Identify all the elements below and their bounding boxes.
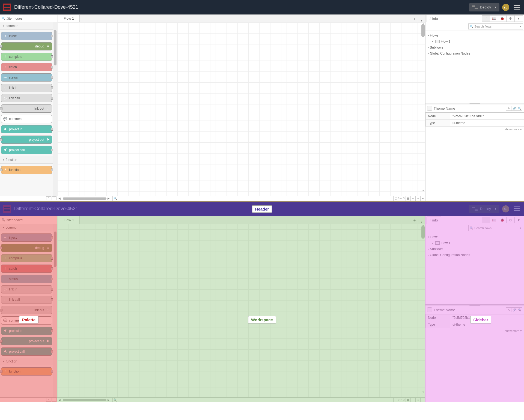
panel-action-2[interactable]: 🔗 — [511, 106, 517, 111]
node-debug[interactable]: debug≡ — [1, 244, 52, 252]
sidebar-more-button[interactable]: ▼ — [515, 15, 523, 22]
nodered-logo-icon — [3, 205, 11, 213]
node-link-in[interactable]: ◌link in — [1, 84, 52, 92]
editor-instance-annotated: Different-Collared-Dove-4521 Deploy ▼ su… — [0, 202, 524, 402]
flow-tab-1[interactable]: Flow 1 — [58, 216, 80, 224]
node-link-call[interactable]: ◌link call — [1, 94, 52, 102]
scroll-down-icon[interactable]: ▼ — [422, 189, 424, 192]
user-avatar[interactable]: su — [502, 205, 509, 212]
palette-scrollbar-thumb[interactable] — [54, 30, 56, 65]
flow-canvas[interactable]: ▲ ▼ — [57, 22, 425, 196]
panel-action-1[interactable]: ✎ — [506, 106, 511, 111]
palette-panel: 🔍 common ➔inject debug≡ !complete !catch… — [0, 216, 57, 402]
chevron-down-icon[interactable]: ▼ — [494, 208, 497, 210]
sidebar-help-button[interactable]: 📖 — [490, 15, 498, 22]
navigator-button[interactable]: ▦ — [406, 196, 410, 201]
sidebar-panel: i info i 📖 🐞 ⚙ ▼ 🔍 Search flows ▼ — [425, 15, 524, 201]
node-inject[interactable]: ➔inject — [1, 32, 52, 40]
deploy-icon — [472, 5, 478, 9]
node-comment[interactable]: 💬comment — [1, 115, 52, 123]
tree-global-config[interactable]: ▸Global Configuration Nodes — [427, 50, 523, 56]
sidebar-info-button[interactable]: i — [482, 15, 490, 22]
node-function[interactable]: ƒfunction — [1, 166, 52, 174]
node-complete[interactable]: !complete — [1, 254, 52, 262]
scroll-left-icon[interactable]: ◀ — [57, 197, 62, 200]
footer-status[interactable]: ⓘ0 ⚠0 — [393, 196, 406, 201]
pulse-icon: ⁓ — [2, 74, 8, 80]
node-complete[interactable]: !complete — [1, 53, 52, 61]
chevron-down-icon[interactable]: ▼ — [518, 25, 522, 28]
flow-canvas[interactable]: ▲▼ — [57, 224, 425, 397]
arrow-right-icon: ➔ — [2, 33, 8, 39]
palette-search[interactable]: 🔍 — [0, 216, 57, 224]
tree-subflows[interactable]: ▸Subflows — [427, 44, 523, 50]
palette-scrollbar-track[interactable] — [53, 22, 57, 196]
palette-collapse-up-button[interactable]: ˄ — [46, 196, 51, 200]
panel-action-3[interactable]: 🔍 — [517, 106, 522, 111]
canvas-v-scrollbar[interactable] — [421, 24, 425, 37]
project-title: Different-Collared-Dove-4521 — [14, 4, 78, 10]
header-bar: Different-Collared-Dove-4521 Deploy ▼ su — [0, 202, 524, 216]
node-catch[interactable]: !catch — [1, 63, 52, 71]
palette-collapse-down-button[interactable]: ˅ — [52, 196, 56, 200]
deploy-label: Deploy — [480, 5, 491, 9]
main-menu-button[interactable] — [513, 205, 521, 212]
flow-list-button[interactable]: ▼ — [418, 221, 425, 224]
sidebar-config-button[interactable]: ⚙ — [507, 15, 515, 22]
node-link-out[interactable]: link out◌ — [1, 306, 52, 314]
search-icon: 🔍 — [2, 17, 5, 20]
add-flow-button[interactable]: + — [411, 15, 418, 22]
palette-filter-input[interactable] — [7, 17, 55, 20]
zoom-reset-button[interactable]: ○ — [415, 196, 420, 201]
node-project-out[interactable]: project out⮞ — [1, 337, 52, 345]
palette-category-function[interactable]: function — [0, 358, 53, 365]
sidebar-splitter[interactable] — [425, 103, 524, 104]
node-project-out[interactable]: project out⮞ — [1, 136, 52, 144]
user-avatar[interactable]: su — [502, 4, 509, 11]
header-bar: Different-Collared-Dove-4521 Deploy ▼ su — [0, 0, 524, 14]
node-link-in[interactable]: ◌link in — [1, 285, 52, 293]
flow-list-button[interactable]: ▼ — [418, 19, 425, 22]
link-icon: ◌ — [2, 85, 8, 91]
node-status[interactable]: ⁓status — [1, 73, 52, 82]
footer-search-button[interactable]: 🔍 — [112, 196, 117, 201]
sidebar-tab-info[interactable]: i info — [427, 15, 441, 22]
chevron-down-icon[interactable]: ▼ — [494, 6, 497, 9]
node-debug[interactable]: debug≡ — [1, 42, 52, 50]
bug-icon: ≡ — [45, 43, 51, 49]
palette-category-function[interactable]: function — [0, 156, 53, 164]
zoom-out-button[interactable]: − — [410, 196, 415, 201]
zoom-in-button[interactable]: + — [420, 196, 425, 201]
tree-flow-1[interactable]: ▸Flow 1 — [427, 38, 523, 44]
show-more-link[interactable]: show more ▾ — [425, 127, 524, 132]
palette-filter-input[interactable] — [7, 218, 55, 222]
scroll-right-icon[interactable]: ▶ — [106, 197, 111, 200]
node-type-icon — [427, 106, 432, 111]
add-flow-button[interactable]: + — [411, 217, 418, 224]
canvas-h-scrollbar[interactable] — [63, 197, 106, 200]
node-function[interactable]: ƒfunction — [1, 367, 52, 376]
palette-category-common[interactable]: common — [0, 22, 53, 30]
sidebar-debug-button[interactable]: 🐞 — [498, 15, 507, 22]
tree-flows[interactable]: ▾Flows — [427, 32, 523, 38]
flow-tab-1[interactable]: Flow 1 — [58, 14, 80, 22]
sidebar-tab-info[interactable]: iinfo — [427, 217, 441, 224]
speech-icon: 💬 — [2, 116, 8, 122]
node-project-call[interactable]: ⮜project call — [1, 347, 52, 356]
palette-search[interactable]: 🔍 — [0, 15, 57, 22]
node-project-in[interactable]: ⮜project in — [1, 327, 52, 335]
node-project-call[interactable]: ⮜project call — [1, 146, 52, 154]
node-project-in[interactable]: ⮜project in — [1, 125, 52, 133]
main-menu-button[interactable] — [513, 4, 521, 11]
sidebar-search[interactable]: 🔍 Search flows ▼ — [468, 23, 523, 29]
palette-category-common[interactable]: common — [0, 224, 53, 231]
node-catch[interactable]: !catch — [1, 265, 52, 273]
node-link-call[interactable]: ◌link call — [1, 296, 52, 304]
node-comment[interactable]: 💬comment — [1, 316, 52, 325]
chevron-left-icon: ⮜ — [2, 147, 8, 153]
node-link-out[interactable]: link out◌ — [1, 104, 52, 113]
deploy-button[interactable]: Deploy ▼ — [469, 3, 499, 11]
node-status[interactable]: ⁓status — [1, 275, 52, 283]
deploy-button[interactable]: Deploy ▼ — [469, 205, 499, 213]
node-inject[interactable]: ➔inject — [1, 233, 52, 242]
